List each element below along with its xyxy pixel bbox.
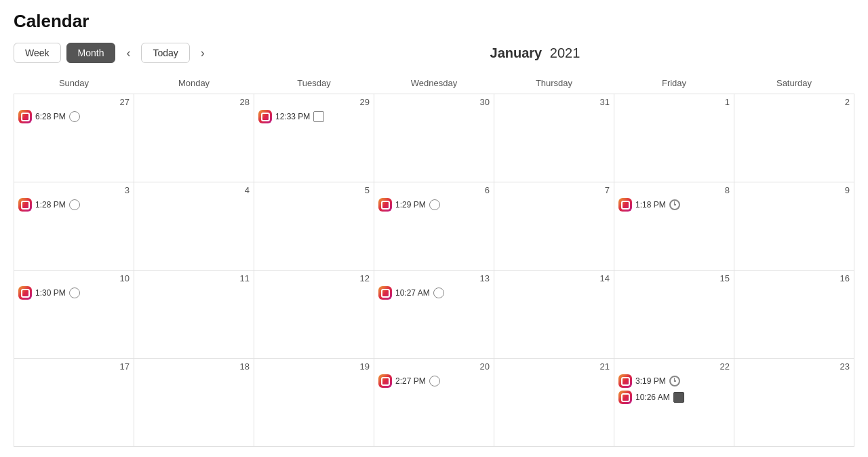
calendar-cell[interactable]: 9 xyxy=(734,182,854,271)
cell-date-number: 2 xyxy=(738,97,850,107)
calendar-cell[interactable]: 61:29 PM xyxy=(374,182,494,271)
week-row-3: 171819202:27 PM21223:19 PM10:26 AM23 xyxy=(14,359,854,447)
event-row[interactable]: 1:29 PM xyxy=(378,198,490,212)
event-row[interactable]: 12:33 PM xyxy=(258,110,370,123)
instagram-icon xyxy=(378,374,392,388)
calendar-cell[interactable]: 81:18 PM xyxy=(614,182,734,271)
calendar-cell[interactable]: 19 xyxy=(254,359,374,447)
globe-icon xyxy=(429,376,440,386)
cell-date-number: 4 xyxy=(138,185,250,195)
cell-date-number: 21 xyxy=(498,361,610,372)
next-button[interactable]: › xyxy=(195,43,210,63)
cell-date-number: 28 xyxy=(138,97,250,107)
day-header-row: SundayMondayTuesdayWednesdayThursdayFrid… xyxy=(14,73,854,94)
day-header-saturday: Saturday xyxy=(734,73,854,94)
calendar-cell[interactable]: 7 xyxy=(494,182,614,271)
event-time: 2:27 PM xyxy=(395,376,426,386)
event-row[interactable]: 1:18 PM xyxy=(618,198,730,212)
event-row[interactable]: 3:19 PM xyxy=(618,374,730,388)
globe-icon xyxy=(69,111,80,122)
calendar-cell[interactable]: 18 xyxy=(134,359,254,447)
event-time: 1:29 PM xyxy=(395,200,426,210)
event-row[interactable]: 1:28 PM xyxy=(18,198,130,212)
cell-date-number: 7 xyxy=(498,185,610,195)
event-time: 1:28 PM xyxy=(35,200,66,210)
calendar-cell[interactable]: 30 xyxy=(374,94,494,182)
toolbar: Week Month ‹ Today › January 2021 xyxy=(14,43,854,63)
calendar-cell[interactable]: 12 xyxy=(254,271,374,359)
event-time: 6:28 PM xyxy=(35,112,66,121)
cell-date-number: 15 xyxy=(618,273,730,283)
cell-date-number: 8 xyxy=(618,185,730,195)
day-header-tuesday: Tuesday xyxy=(254,73,374,94)
globe-icon xyxy=(429,199,440,210)
event-row[interactable]: 10:27 AM xyxy=(378,286,490,300)
week-button[interactable]: Week xyxy=(14,43,61,63)
cell-date-number: 23 xyxy=(738,361,850,372)
cell-date-number: 20 xyxy=(378,361,490,372)
month-year-title: January 2021 xyxy=(490,45,580,61)
clock-icon xyxy=(669,199,680,210)
calendar-cell[interactable]: 223:19 PM10:26 AM xyxy=(614,359,734,447)
event-time: 1:30 PM xyxy=(35,288,66,298)
cell-date-number: 19 xyxy=(258,361,370,372)
cell-date-number: 31 xyxy=(498,97,610,107)
cell-date-number: 17 xyxy=(18,361,130,372)
month-button[interactable]: Month xyxy=(66,43,116,63)
calendar-cell[interactable]: 4 xyxy=(134,182,254,271)
cell-date-number: 6 xyxy=(378,185,490,195)
event-row[interactable]: 10:26 AM xyxy=(618,391,730,404)
calendar-cell[interactable]: 1310:27 AM xyxy=(374,271,494,359)
week-row-1: 31:28 PM4561:29 PM781:18 PM9 xyxy=(14,182,854,271)
instagram-icon xyxy=(378,286,392,300)
cell-date-number: 12 xyxy=(258,273,370,283)
cell-date-number: 16 xyxy=(738,273,850,283)
prev-button[interactable]: ‹ xyxy=(121,43,136,63)
instagram-icon xyxy=(618,374,632,388)
calendar-cell[interactable]: 17 xyxy=(14,359,134,447)
month-label: January xyxy=(490,45,542,60)
globe-icon xyxy=(433,287,444,298)
calendar-cell[interactable]: 2912:33 PM xyxy=(254,94,374,182)
cell-date-number: 30 xyxy=(378,97,490,107)
cell-date-number: 5 xyxy=(258,185,370,195)
calendar-cell[interactable]: 276:28 PM xyxy=(14,94,134,182)
calendar-cell[interactable]: 31 xyxy=(494,94,614,182)
cell-date-number: 29 xyxy=(258,97,370,107)
image-icon xyxy=(313,111,324,122)
event-row[interactable]: 6:28 PM xyxy=(18,110,130,123)
week-row-0: 276:28 PM282912:33 PM303112 xyxy=(14,94,854,182)
week-row-2: 101:30 PM11121310:27 AM141516 xyxy=(14,271,854,359)
calendar-cell[interactable]: 21 xyxy=(494,359,614,447)
instagram-icon xyxy=(18,286,32,300)
instagram-icon xyxy=(618,391,632,404)
event-time: 10:27 AM xyxy=(395,288,430,298)
cell-date-number: 9 xyxy=(738,185,850,195)
globe-icon xyxy=(69,287,80,298)
event-row[interactable]: 2:27 PM xyxy=(378,374,490,388)
calendar-cell[interactable]: 23 xyxy=(734,359,854,447)
calendar-cell[interactable]: 2 xyxy=(734,94,854,182)
calendar-page: Calendar Week Month ‹ Today › January 20… xyxy=(0,0,868,457)
calendar-cell[interactable]: 5 xyxy=(254,182,374,271)
instagram-icon xyxy=(378,198,392,212)
calendar-cell[interactable]: 101:30 PM xyxy=(14,271,134,359)
cell-date-number: 13 xyxy=(378,273,490,283)
video-icon xyxy=(673,392,684,403)
page-title: Calendar xyxy=(14,11,854,32)
calendar-cell[interactable]: 14 xyxy=(494,271,614,359)
calendar-table: SundayMondayTuesdayWednesdayThursdayFrid… xyxy=(14,73,854,447)
day-header-wednesday: Wednesday xyxy=(374,73,494,94)
calendar-cell[interactable]: 11 xyxy=(134,271,254,359)
calendar-cell[interactable]: 16 xyxy=(734,271,854,359)
day-header-thursday: Thursday xyxy=(494,73,614,94)
cell-date-number: 14 xyxy=(498,273,610,283)
calendar-cell[interactable]: 202:27 PM xyxy=(374,359,494,447)
calendar-cell[interactable]: 1 xyxy=(614,94,734,182)
calendar-cell[interactable]: 28 xyxy=(134,94,254,182)
today-button[interactable]: Today xyxy=(141,43,189,63)
calendar-cell[interactable]: 31:28 PM xyxy=(14,182,134,271)
cell-date-number: 27 xyxy=(18,97,130,107)
event-row[interactable]: 1:30 PM xyxy=(18,286,130,300)
calendar-cell[interactable]: 15 xyxy=(614,271,734,359)
